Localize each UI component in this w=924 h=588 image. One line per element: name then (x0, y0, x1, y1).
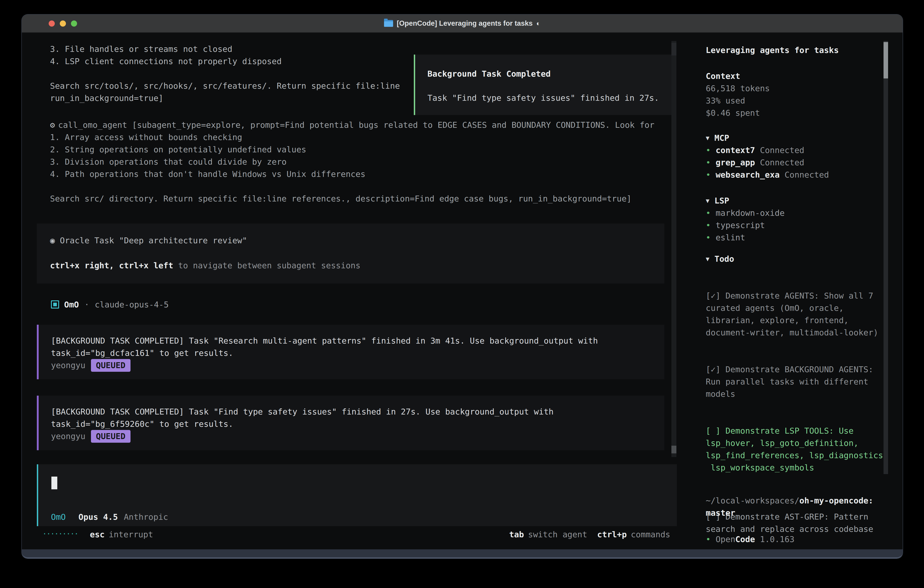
todo-heading: Todo (714, 253, 734, 265)
tab-key-label: switch agent (528, 530, 587, 539)
todo-item: [✓] Demonstrate AGENTS: Show all 7 curat… (706, 290, 888, 339)
status-dot-icon: • (706, 170, 711, 179)
workspace-path: ~/local-workspaces/oh-my-opencode: (706, 495, 873, 507)
input-agent-name: OmO (51, 512, 66, 522)
ctrl-p-key-hint: ctrl+p (597, 530, 627, 539)
status-dot-icon: • (706, 208, 711, 218)
tab-key-hint: tab (509, 530, 524, 539)
task-completed-message: [BACKGROUND TASK COMPLETED] Task "Resear… (37, 325, 664, 379)
task-message-line: [BACKGROUND TASK COMPLETED] Task "Resear… (51, 335, 664, 347)
app-version-row: • OpenCode 1.0.163 (706, 533, 794, 545)
traffic-lights (49, 15, 77, 32)
task-message-line: task_id="bg_dcfac161" to get results. (51, 347, 664, 359)
mcp-item: • context7 Connected (706, 145, 804, 155)
text-cursor (51, 477, 57, 489)
window-title-group: [OpenCode] Leveraging agents for tasks ◐ (384, 19, 540, 28)
chevron-down-icon: ▼ (706, 195, 710, 207)
task-user: yeongyu (51, 359, 86, 372)
omo-agent-icon (51, 301, 59, 309)
activity-dots-icon: ········· (42, 529, 78, 538)
oracle-task-title-text: Oracle Task "Deep architecture review" (55, 236, 247, 245)
ctrl-p-key-label: commands (631, 530, 670, 539)
context-used: 33% used (706, 96, 745, 105)
hint-text: to navigate between subagent sessions (173, 261, 361, 270)
terminal-output-block: 3. File handles or streams not closed 4.… (50, 43, 400, 104)
sidebar-scrollbar[interactable] (884, 41, 888, 474)
session-title: Leveraging agents for tasks (706, 44, 839, 56)
status-dot-icon: • (706, 145, 711, 155)
esc-key-label: interrupt (109, 530, 153, 539)
input-model-name: Opus 4.5 (78, 512, 118, 522)
lsp-heading: LSP (714, 195, 729, 207)
tool-call-body: 1. Array access without bounds checking … (50, 131, 632, 205)
input-provider-name: Anthropic (124, 512, 168, 522)
task-message-line: [BACKGROUND TASK COMPLETED] Task "Find t… (51, 406, 664, 418)
terminal-scrollbar[interactable] (672, 41, 676, 457)
context-spent: $0.46 spent (706, 108, 760, 117)
oracle-task-title: ◉ Oracle Task "Deep architecture review" (50, 235, 664, 247)
chevron-down-icon: ▼ (706, 132, 710, 144)
context-tokens: 66,518 tokens (706, 84, 770, 93)
notification-body: Task "Find type safety issues" finished … (427, 92, 673, 104)
lsp-section: ▼LSP• markdown-oxide • typescript • esli… (706, 195, 785, 244)
brand-name-dim: Open (716, 535, 735, 544)
queued-badge: QUEUED (91, 430, 130, 443)
sidebar-scrollbar-thumb[interactable] (884, 42, 888, 78)
opencode-window: [OpenCode] Leveraging agents for tasks ◐… (22, 15, 903, 558)
workspace-path-repo: oh-my-opencode: (799, 496, 873, 505)
minimize-window-button[interactable] (60, 20, 66, 26)
terminal-scrollbar-thumb[interactable] (672, 446, 676, 453)
lsp-item: • eslint (706, 233, 745, 242)
lsp-item: • markdown-oxide (706, 208, 785, 218)
terminal-scrollbar-thumb-top[interactable] (672, 43, 676, 56)
zoom-window-button[interactable] (71, 20, 77, 26)
todo-item: [✓] Demonstrate BACKGROUND AGENTS: Run p… (706, 363, 888, 400)
oracle-task-box: ◉ Oracle Task "Deep architecture review"… (37, 223, 664, 284)
mcp-item: • websearch_exa Connected (706, 170, 829, 179)
mcp-section: ▼MCP• context7 Connected • grep_app Conn… (706, 132, 829, 181)
task-meta-row: yeongyu QUEUED (51, 359, 664, 372)
lsp-section-header[interactable]: ▼LSP (706, 195, 785, 207)
agent-name: OmO (64, 300, 79, 309)
folder-icon (384, 20, 393, 27)
todo-item: [ ] Demonstrate LSP TOOLS: Use lsp_hover… (706, 425, 888, 474)
window-title: [OpenCode] Leveraging agents for tasks (397, 19, 533, 28)
esc-key-hint: esc (90, 530, 105, 539)
mcp-heading: MCP (714, 132, 729, 144)
mcp-section-header[interactable]: ▼MCP (706, 132, 829, 144)
window-bottom-frame (22, 549, 903, 558)
agent-model: claude-opus-4-5 (95, 300, 169, 309)
status-dot-icon: • (706, 221, 711, 230)
chevron-down-icon: ▼ (706, 253, 710, 265)
task-completed-message: [BACKGROUND TASK COMPLETED] Task "Find t… (37, 396, 664, 450)
status-bar-right: tab switch agent ctrl+p commands (509, 530, 670, 539)
task-meta-row: yeongyu QUEUED (51, 430, 664, 443)
spinner-icon: ◐ (536, 20, 540, 27)
workspace-path-prefix: ~/local-workspaces/ (706, 496, 799, 505)
background-task-notification: Background Task Completed Task "Find typ… (414, 55, 674, 115)
prompt-input[interactable]: OmO Opus 4.5 Anthropic (37, 464, 677, 526)
close-window-button[interactable] (49, 20, 55, 26)
lsp-item: • typescript (706, 221, 765, 230)
status-dot-icon: • (706, 233, 711, 242)
context-heading: Context (706, 71, 740, 81)
queued-badge: QUEUED (91, 359, 130, 372)
status-bar: ········· esc interrupt tab switch agent… (42, 527, 670, 541)
mcp-item: • grep_app Connected (706, 158, 804, 167)
tool-call-line: ⚙call_omo_agent [subagent_type=explore, … (50, 119, 671, 131)
input-meta-row: OmO Opus 4.5 Anthropic (51, 511, 168, 523)
status-dot-icon: • (706, 535, 711, 544)
status-dot-icon: • (706, 158, 711, 167)
todo-section-header[interactable]: ▼Todo (706, 253, 734, 265)
hint-keys: ctrl+x right, ctrl+x left (50, 261, 173, 270)
gear-icon: ⚙ (50, 120, 55, 130)
record-icon: ◉ (50, 236, 55, 245)
titlebar[interactable]: [OpenCode] Leveraging agents for tasks ◐ (22, 15, 903, 33)
tool-call-text: call_omo_agent [subagent_type=explore, p… (58, 120, 655, 130)
subagent-navigation-hint: ctrl+x right, ctrl+x left to navigate be… (50, 259, 664, 272)
notification-title: Background Task Completed (427, 68, 673, 80)
task-message-line: task_id="bg_6f59260c" to get results. (51, 418, 664, 430)
separator-dot: · (84, 300, 89, 309)
brand-name-bold: Code (735, 535, 755, 544)
version-number: 1.0.163 (760, 535, 794, 544)
